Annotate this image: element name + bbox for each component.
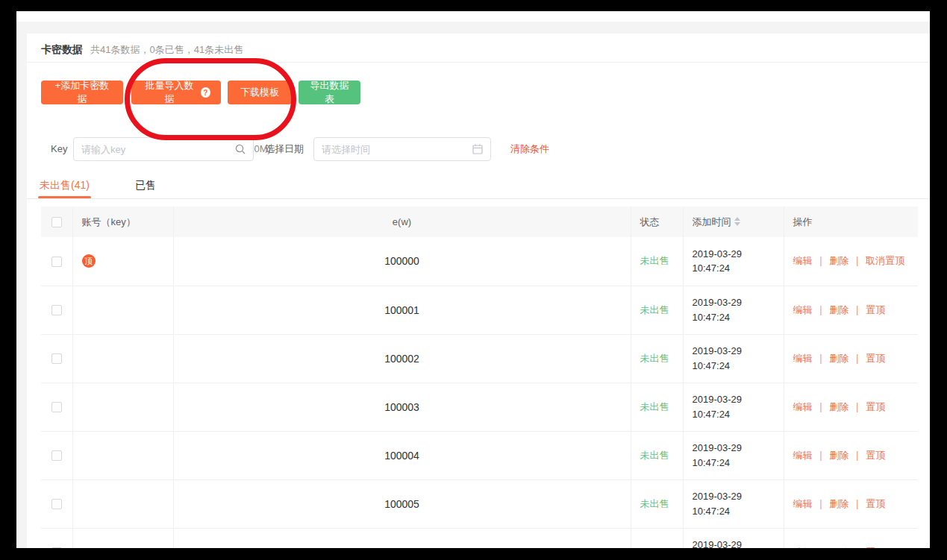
tab-bar: 未出售(41) 已售 (27, 175, 930, 199)
download-template-button[interactable]: 下载模板 (228, 81, 292, 104)
added-time: 2019-03-29 10:47:24 (683, 528, 784, 548)
status-badge: 未出售 (640, 353, 669, 364)
pin-toggle-link[interactable]: 置顶 (866, 304, 885, 315)
download-template-label: 下载模板 (240, 86, 279, 99)
table-row: 100002 未出售 2019-03-29 10:47:24 编辑｜删除｜置顶 (41, 334, 918, 383)
date-picker-field (313, 137, 491, 161)
row-checkbox[interactable] (51, 305, 62, 315)
panel-header: 卡密数据 共41条数据，0条已售，41条未出售 (41, 43, 243, 57)
date-picker-input[interactable] (314, 138, 472, 160)
data-summary: 共41条数据，0条已售，41条未出售 (90, 43, 243, 57)
search-icon[interactable] (234, 143, 246, 155)
action-separator: ｜ (816, 255, 826, 266)
table-header-row: 账号（key） e(w) 状态 添加时间 操作 (41, 207, 918, 237)
add-card-data-button[interactable]: +添加卡密数据 (41, 81, 123, 104)
card-data-table: 账号（key） e(w) 状态 添加时间 操作 顶 100000 未出售 201… (41, 207, 918, 548)
edit-link[interactable]: 编辑 (793, 255, 813, 266)
col-header-status: 状态 (631, 207, 683, 237)
tab-sold-label: 已售 (135, 179, 156, 191)
col-header-time-label: 添加时间 (693, 216, 731, 227)
pin-toggle-link[interactable]: 置顶 (866, 353, 885, 364)
table-row: 100001 未出售 2019-03-29 10:47:24 编辑｜删除｜置顶 (41, 286, 918, 334)
date-filter-label: 选择日期 (265, 137, 304, 161)
col-header-ew: e(w) (173, 207, 631, 237)
pin-toggle-link[interactable]: 取消置顶 (866, 255, 904, 266)
added-time: 2019-03-29 10:47:24 (683, 383, 784, 431)
row-checkbox[interactable] (51, 353, 62, 364)
added-time: 2019-03-29 10:47:24 (683, 334, 784, 383)
action-separator: ｜ (852, 353, 862, 364)
top-white-strip (16, 11, 930, 22)
row-checkbox[interactable] (51, 499, 62, 509)
pin-toggle-link[interactable]: 置顶 (866, 401, 885, 412)
active-tab-underline (38, 196, 91, 198)
batch-import-label: 批量导入数据 (142, 79, 197, 106)
row-checkbox[interactable] (51, 547, 62, 548)
page-title: 卡密数据 (41, 43, 83, 57)
edit-link[interactable]: 编辑 (793, 304, 813, 315)
batch-import-button[interactable]: 批量导入数据 ? (131, 81, 221, 104)
action-separator: ｜ (816, 498, 826, 509)
tab-sold[interactable]: 已售 (135, 175, 156, 198)
edit-link[interactable]: 编辑 (793, 450, 813, 461)
pin-toggle-link[interactable]: 置顶 (866, 498, 885, 509)
table-row: 2019-03-29 10:47:24 编辑｜删除｜置顶 (41, 528, 918, 548)
delete-link[interactable]: 删除 (829, 304, 848, 315)
help-icon: ? (201, 87, 210, 98)
action-separator: ｜ (852, 304, 862, 315)
key-filter-label: Key (51, 137, 67, 161)
table-row: 顶 100000 未出售 2019-03-29 10:47:24 编辑｜删除｜取… (41, 237, 918, 286)
tab-unsold[interactable]: 未出售(41) (40, 175, 90, 198)
row-checkbox[interactable] (51, 450, 62, 461)
action-separator: ｜ (852, 498, 862, 509)
export-data-button[interactable]: 导出数据表 (299, 81, 360, 104)
clear-filters-link[interactable]: 清除条件 (510, 137, 549, 161)
select-all-checkbox[interactable] (51, 217, 62, 227)
ew-value: 100002 (173, 334, 631, 383)
action-separator: ｜ (852, 450, 862, 461)
export-data-label: 导出数据表 (309, 79, 350, 106)
action-separator: ｜ (852, 547, 862, 549)
row-checkbox[interactable] (51, 402, 62, 412)
action-separator: ｜ (816, 450, 826, 461)
delete-link[interactable]: 删除 (829, 353, 848, 364)
delete-link[interactable]: 删除 (829, 450, 848, 461)
edit-link[interactable]: 编辑 (793, 401, 813, 412)
action-separator: ｜ (816, 547, 826, 549)
delete-link[interactable]: 删除 (829, 547, 848, 549)
added-time: 2019-03-29 10:47:24 (683, 237, 784, 286)
pin-toggle-link[interactable]: 置顶 (866, 547, 885, 549)
status-badge: 未出售 (640, 498, 669, 509)
action-separator: ｜ (852, 401, 862, 412)
calendar-icon[interactable] (472, 143, 484, 155)
col-header-time[interactable]: 添加时间 (683, 207, 784, 237)
delete-link[interactable]: 删除 (829, 401, 848, 412)
col-header-actions: 操作 (784, 207, 918, 237)
edit-link[interactable]: 编辑 (793, 353, 813, 364)
pin-toggle-link[interactable]: 置顶 (866, 450, 885, 461)
status-badge: 未出售 (640, 304, 669, 315)
tab-unsold-label: 未出售(41) (40, 179, 90, 191)
ew-value: 100001 (173, 286, 631, 334)
delete-link[interactable]: 删除 (829, 498, 848, 509)
edit-link[interactable]: 编辑 (793, 547, 813, 549)
status-badge: 未出售 (640, 255, 669, 266)
key-search-field (73, 137, 254, 161)
action-separator: ｜ (816, 401, 826, 412)
pinned-top-badge: 顶 (82, 254, 96, 268)
status-badge: 未出售 (640, 401, 669, 412)
ew-value (173, 528, 631, 548)
ew-value: 100003 (173, 383, 631, 431)
sort-icon[interactable] (734, 217, 740, 226)
delete-link[interactable]: 删除 (829, 255, 848, 266)
added-time: 2019-03-29 10:47:24 (683, 286, 784, 334)
key-search-input[interactable] (74, 138, 234, 160)
added-time: 2019-03-29 10:47:24 (683, 431, 784, 479)
add-card-data-label: +添加卡密数据 (51, 79, 113, 106)
edit-link[interactable]: 编辑 (793, 498, 813, 509)
table-row: 100003 未出售 2019-03-29 10:47:24 编辑｜删除｜置顶 (41, 383, 918, 431)
row-checkbox[interactable] (51, 257, 62, 267)
action-separator: ｜ (852, 255, 862, 266)
action-separator: ｜ (816, 304, 826, 315)
status-badge: 未出售 (640, 450, 669, 461)
